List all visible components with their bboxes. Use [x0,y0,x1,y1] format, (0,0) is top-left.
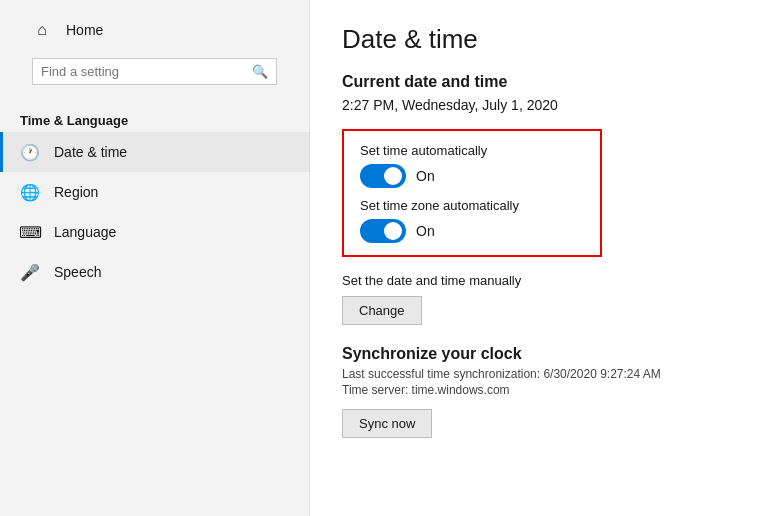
set-timezone-auto-row: Set time zone automatically On [360,198,584,243]
language-icon: ⌨ [20,222,40,242]
search-icon: 🔍 [252,64,268,79]
section-label: Time & Language [0,105,309,132]
sidebar-top: ⌂ Home 🔍 [0,10,309,105]
speech-icon: 🎤 [20,262,40,282]
set-timezone-auto-toggle[interactable] [360,219,406,243]
sidebar-item-speech[interactable]: 🎤 Speech [0,252,309,292]
sidebar-item-label: Language [54,224,116,240]
set-time-auto-control: On [360,164,584,188]
main-content: Date & time Current date and time 2:27 P… [310,0,779,516]
sidebar-item-label: Speech [54,264,101,280]
set-time-auto-toggle[interactable] [360,164,406,188]
sync-section: Synchronize your clock Last successful t… [342,345,747,438]
search-input[interactable] [41,64,246,79]
sync-heading: Synchronize your clock [342,345,747,363]
toggle-thumb [384,222,402,240]
time-server-info: Time server: time.windows.com [342,383,747,397]
set-timezone-auto-control: On [360,219,584,243]
manual-section: Set the date and time manually Change [342,273,747,325]
sidebar-item-label: Date & time [54,144,127,160]
toggle-thumb [384,167,402,185]
set-timezone-auto-label: Set time zone automatically [360,198,584,213]
manual-label: Set the date and time manually [342,273,747,288]
sidebar-item-home[interactable]: ⌂ Home [16,10,293,50]
set-timezone-auto-state: On [416,223,435,239]
sidebar-item-region[interactable]: 🌐 Region [0,172,309,212]
set-time-auto-state: On [416,168,435,184]
current-datetime: 2:27 PM, Wednesday, July 1, 2020 [342,97,747,113]
set-time-auto-row: Set time automatically On [360,143,584,188]
sync-now-button[interactable]: Sync now [342,409,432,438]
home-label: Home [66,22,103,38]
set-time-auto-label: Set time automatically [360,143,584,158]
region-icon: 🌐 [20,182,40,202]
current-section-heading: Current date and time [342,73,747,91]
sidebar-item-date-time[interactable]: 🕐 Date & time [0,132,309,172]
last-sync-info: Last successful time synchronization: 6/… [342,367,747,381]
change-button[interactable]: Change [342,296,422,325]
home-icon: ⌂ [32,20,52,40]
sidebar-item-label: Region [54,184,98,200]
search-box: 🔍 [32,58,277,85]
date-time-icon: 🕐 [20,142,40,162]
sidebar-item-language[interactable]: ⌨ Language [0,212,309,252]
sidebar: ⌂ Home 🔍 Time & Language 🕐 Date & time 🌐… [0,0,310,516]
toggle-box: Set time automatically On Set time zone … [342,129,602,257]
page-title: Date & time [342,24,747,55]
